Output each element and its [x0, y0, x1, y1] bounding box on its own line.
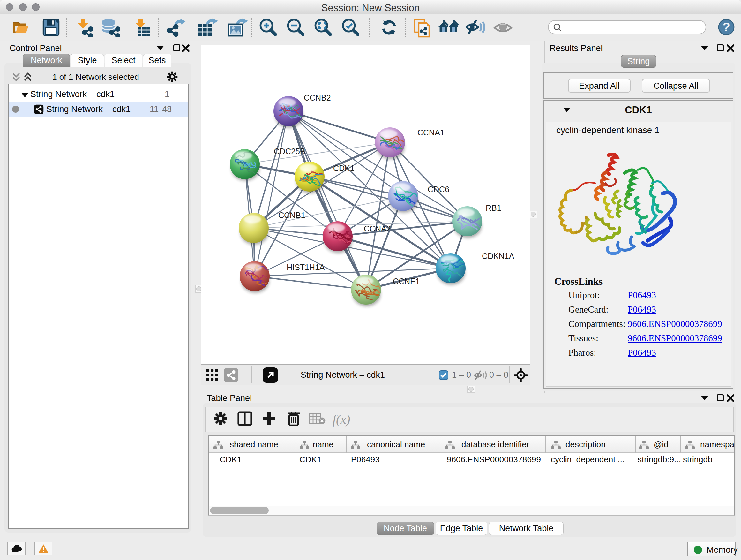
svg-text:HIST1H1A: HIST1H1A: [286, 263, 325, 272]
svg-text:?: ?: [723, 20, 730, 34]
svg-text:CCNE1: CCNE1: [393, 277, 420, 286]
svg-text:CCNA1: CCNA1: [417, 128, 445, 137]
svg-text:CDC25B: CDC25B: [274, 147, 306, 156]
svg-text:CCNB2: CCNB2: [304, 93, 331, 102]
svg-text:CDKN1A: CDKN1A: [482, 252, 515, 260]
svg-text:CDC6: CDC6: [428, 185, 449, 194]
svg-text:CCNA2: CCNA2: [364, 224, 391, 233]
svg-text:CDK1: CDK1: [333, 164, 354, 173]
svg-text:RB1: RB1: [486, 203, 501, 212]
svg-text:CCNB1: CCNB1: [278, 211, 306, 220]
